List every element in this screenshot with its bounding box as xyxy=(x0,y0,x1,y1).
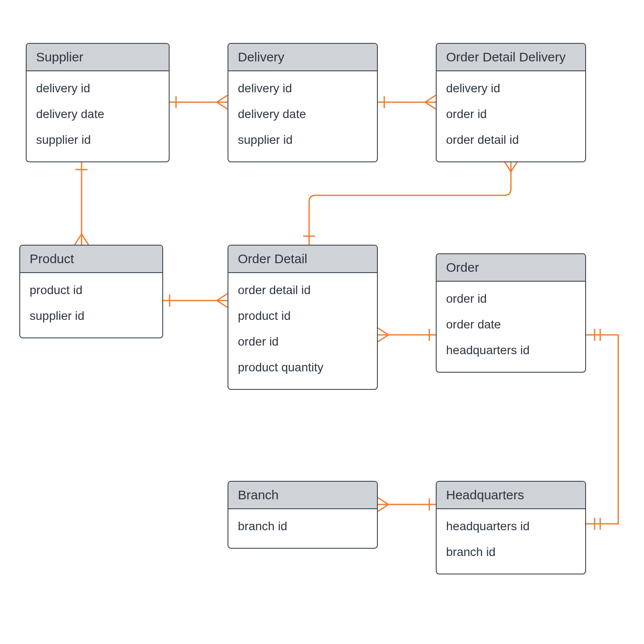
rel-branch-headquarters xyxy=(378,498,436,511)
rel-product-orderdetail xyxy=(163,294,228,307)
svg-line-20 xyxy=(504,161,511,172)
entity-headquarters[interactable]: Headquarters headquarters id branch id xyxy=(436,481,586,574)
entity-attrs: product id supplier id xyxy=(20,273,162,337)
svg-line-6 xyxy=(425,102,436,109)
svg-line-14 xyxy=(217,301,228,307)
entity-attrs: delivery id order id order detail id xyxy=(437,71,585,161)
entity-title: Order xyxy=(437,254,585,282)
entity-attr: delivery date xyxy=(238,101,368,127)
rel-delivery-orderdetaildelivery xyxy=(378,95,436,109)
svg-line-13 xyxy=(217,294,228,301)
rel-supplier-product xyxy=(75,161,88,245)
svg-line-1 xyxy=(217,95,228,102)
entity-attr: order date xyxy=(446,312,576,337)
entity-attr: order id xyxy=(238,329,368,355)
entity-attr: headquarters id xyxy=(446,337,576,363)
entity-title: Product xyxy=(20,246,162,273)
entity-attr: product id xyxy=(30,277,153,303)
entity-title: Order Detail Delivery xyxy=(437,44,585,71)
entity-order-detail-delivery[interactable]: Order Detail Delivery delivery id order … xyxy=(436,43,586,162)
entity-attr: supplier id xyxy=(238,127,368,153)
entity-attrs: headquarters id branch id xyxy=(437,509,585,574)
svg-line-28 xyxy=(378,498,389,504)
entity-title: Order Detail xyxy=(228,246,377,273)
entity-attr: branch id xyxy=(446,539,576,565)
rel-orderdetail-order xyxy=(378,328,436,342)
entity-order[interactable]: Order order id order date headquarters i… xyxy=(436,253,586,373)
entity-branch[interactable]: Branch branch id xyxy=(228,481,378,549)
entity-attrs: order id order date headquarters id xyxy=(437,282,585,372)
svg-line-18 xyxy=(378,335,389,342)
entity-title: Branch xyxy=(228,482,377,509)
entity-attrs: branch id xyxy=(228,509,377,548)
entity-attr: product quantity xyxy=(238,355,368,380)
entity-delivery[interactable]: Delivery delivery id delivery date suppl… xyxy=(228,43,378,162)
rel-order-headquarters xyxy=(586,329,618,530)
entity-attr: delivery id xyxy=(36,76,159,101)
entity-title: Headquarters xyxy=(437,482,585,509)
svg-line-9 xyxy=(75,234,82,245)
entity-attr: delivery id xyxy=(446,76,576,101)
entity-title: Delivery xyxy=(228,44,377,71)
entity-title: Supplier xyxy=(27,44,169,71)
entity-attr: order id xyxy=(446,101,576,127)
entity-attr: branch id xyxy=(238,513,368,539)
entity-attr: delivery date xyxy=(36,101,159,127)
entity-attr: order id xyxy=(446,286,576,312)
svg-line-2 xyxy=(217,102,228,109)
er-diagram-canvas: Supplier delivery id delivery date suppl… xyxy=(0,0,644,644)
entity-attrs: delivery id delivery date supplier id xyxy=(228,71,377,161)
entity-attr: headquarters id xyxy=(446,513,576,539)
entity-product[interactable]: Product product id supplier id xyxy=(19,245,163,338)
entity-attr: supplier id xyxy=(36,127,159,153)
entity-attr: order detail id xyxy=(446,127,576,153)
entity-attr: delivery id xyxy=(238,76,368,101)
entity-attr: order detail id xyxy=(238,277,368,303)
entity-attr: product id xyxy=(238,303,368,329)
svg-line-10 xyxy=(82,234,88,245)
entity-order-detail[interactable]: Order Detail order detail id product id … xyxy=(228,245,378,390)
svg-line-17 xyxy=(378,328,389,335)
entity-supplier[interactable]: Supplier delivery id delivery date suppl… xyxy=(26,43,170,162)
rel-supplier-delivery xyxy=(170,95,228,109)
rel-orderdetail-orderdetaildelivery xyxy=(303,161,518,245)
svg-line-29 xyxy=(378,504,389,511)
entity-attrs: order detail id product id order id prod… xyxy=(228,273,377,389)
svg-line-5 xyxy=(425,95,436,102)
svg-line-21 xyxy=(511,161,518,172)
entity-attrs: delivery id delivery date supplier id xyxy=(27,71,169,161)
entity-attr: supplier id xyxy=(30,303,153,329)
